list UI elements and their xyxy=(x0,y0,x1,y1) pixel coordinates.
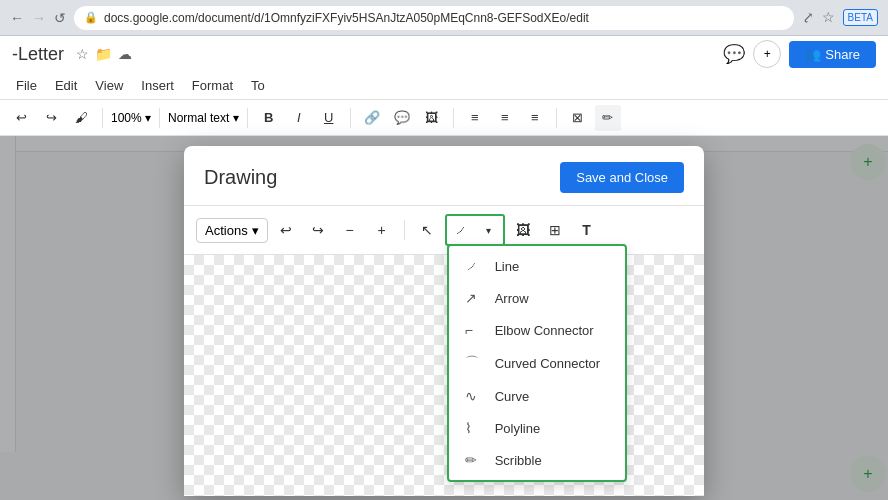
numbered-list-button[interactable]: ≡ xyxy=(522,105,548,131)
clear-format-button[interactable]: ⊠ xyxy=(565,105,591,131)
undo-button[interactable]: ↩ xyxy=(8,105,34,131)
scribble-icon: ✏ xyxy=(465,452,485,468)
drawing-separator xyxy=(404,220,405,240)
dialog-header: Drawing Save and Close xyxy=(184,146,704,206)
line-dropdown-menu: ⟋ Line ↗ Arrow ⌐ Elbow Connector ⌒ xyxy=(447,244,627,482)
align-left-button[interactable]: ≡ xyxy=(462,105,488,131)
menu-view[interactable]: View xyxy=(87,76,131,95)
separator-3 xyxy=(247,108,248,128)
dropdown-item-polyline[interactable]: ⌇ Polyline xyxy=(449,412,625,444)
share-ext-icon[interactable]: 📁 xyxy=(95,46,112,62)
zoom-in-button[interactable]: + xyxy=(368,216,396,244)
refresh-button[interactable]: ↺ xyxy=(54,10,66,26)
title-bar: -Letter ☆ 📁 ☁ 💬 + 👥 Share xyxy=(0,36,888,72)
menu-insert[interactable]: Insert xyxy=(133,76,182,95)
style-selector[interactable]: Normal text ▾ xyxy=(168,111,239,125)
curve-label: Curve xyxy=(495,389,530,404)
menu-bar: File Edit View Insert Format To xyxy=(0,72,888,100)
drawing-toolbar: Actions ▾ ↩ ↪ − + ↖ ⟋ ▾ ⟋ xyxy=(184,206,704,255)
separator-1 xyxy=(102,108,103,128)
table-tool-button[interactable]: ⊞ xyxy=(541,216,569,244)
share-button[interactable]: 👥 Share xyxy=(789,41,876,68)
text-tool-button[interactable]: T xyxy=(573,216,601,244)
lock-icon: 🔒 xyxy=(84,11,98,24)
arrow-item-icon: ↗ xyxy=(465,290,485,306)
dropdown-item-curve[interactable]: ∿ Curve xyxy=(449,380,625,412)
zoom-control: − xyxy=(336,216,364,244)
dropdown-item-line[interactable]: ⟋ Line xyxy=(449,250,625,282)
line-item-icon: ⟋ xyxy=(465,258,485,274)
dropdown-item-elbow-connector[interactable]: ⌐ Elbow Connector xyxy=(449,314,625,346)
line-tool-dropdown-btn[interactable]: ▾ xyxy=(475,216,503,244)
beta-badge: BETA xyxy=(843,9,878,26)
curved-connector-label: Curved Connector xyxy=(495,356,601,371)
actions-label: Actions xyxy=(205,223,248,238)
browser-chrome: ← → ↺ 🔒 docs.google.com/document/d/1Omnf… xyxy=(0,0,888,36)
paint-format-button[interactable]: 🖌 xyxy=(68,105,94,131)
actions-chevron-icon: ▾ xyxy=(252,223,259,238)
separator-5 xyxy=(453,108,454,128)
list-button[interactable]: ≡ xyxy=(492,105,518,131)
italic-button[interactable]: I xyxy=(286,105,312,131)
elbow-connector-label: Elbow Connector xyxy=(495,323,594,338)
image-button[interactable]: 🖼 xyxy=(419,105,445,131)
redo-button[interactable]: ↪ xyxy=(38,105,64,131)
separator-4 xyxy=(350,108,351,128)
curved-connector-icon: ⌒ xyxy=(465,354,485,372)
line-tool-button[interactable]: ⟋ xyxy=(447,216,475,244)
star-icon[interactable]: ☆ xyxy=(76,46,89,62)
line-item-label: Line xyxy=(495,259,520,274)
link-button[interactable]: 🔗 xyxy=(359,105,385,131)
url-text: docs.google.com/document/d/1OmnfyziFXFyi… xyxy=(104,11,589,25)
doc-title: -Letter xyxy=(12,44,64,65)
menu-tools[interactable]: To xyxy=(243,76,273,95)
browser-actions: ⤤ ☆ BETA xyxy=(802,9,878,26)
zoom-out-button[interactable]: − xyxy=(336,216,364,244)
dropdown-item-arrow[interactable]: ↗ Arrow xyxy=(449,282,625,314)
bookmark-icon[interactable]: ☆ xyxy=(822,9,835,26)
comment-button[interactable]: 💬 xyxy=(389,105,415,131)
curve-icon: ∿ xyxy=(465,388,485,404)
cast-icon[interactable]: ⤤ xyxy=(802,9,814,26)
dropdown-item-scribble[interactable]: ✏ Scribble xyxy=(449,444,625,476)
forward-button[interactable]: → xyxy=(32,10,46,26)
doc-icons: ☆ 📁 ☁ xyxy=(76,46,132,62)
arrow-item-label: Arrow xyxy=(495,291,529,306)
drawing-dialog: Drawing Save and Close Actions ▾ ↩ ↪ − +… xyxy=(184,146,704,496)
separator-6 xyxy=(556,108,557,128)
back-button[interactable]: ← xyxy=(10,10,24,26)
actions-button[interactable]: Actions ▾ xyxy=(196,218,268,243)
add-account-btn[interactable]: + xyxy=(753,40,781,68)
bold-button[interactable]: B xyxy=(256,105,282,131)
share-icon: 👥 xyxy=(805,47,821,62)
image-tool-button[interactable]: 🖼 xyxy=(509,216,537,244)
dialog-title: Drawing xyxy=(204,166,560,189)
menu-edit[interactable]: Edit xyxy=(47,76,85,95)
comment-icon[interactable]: 💬 xyxy=(723,43,745,65)
select-tool-button[interactable]: ↖ xyxy=(413,216,441,244)
dropdown-item-curved-connector[interactable]: ⌒ Curved Connector xyxy=(449,346,625,380)
scribble-label: Scribble xyxy=(495,453,542,468)
url-bar[interactable]: 🔒 docs.google.com/document/d/1OmnfyziFXF… xyxy=(74,6,794,30)
dialog-overlay: Drawing Save and Close Actions ▾ ↩ ↪ − +… xyxy=(0,136,888,500)
pen-button[interactable]: ✏ xyxy=(595,105,621,131)
separator-2 xyxy=(159,108,160,128)
format-toolbar: ↩ ↪ 🖌 100% ▾ Normal text ▾ B I U 🔗 💬 🖼 ≡… xyxy=(0,100,888,136)
elbow-connector-icon: ⌐ xyxy=(465,322,485,338)
cloud-icon[interactable]: ☁ xyxy=(118,46,132,62)
drawing-redo-button[interactable]: ↪ xyxy=(304,216,332,244)
drawing-undo-button[interactable]: ↩ xyxy=(272,216,300,244)
menu-file[interactable]: File xyxy=(8,76,45,95)
main-area: Drawing Save and Close Actions ▾ ↩ ↪ − +… xyxy=(0,136,888,500)
polyline-icon: ⌇ xyxy=(465,420,485,436)
save-close-button[interactable]: Save and Close xyxy=(560,162,684,193)
menu-format[interactable]: Format xyxy=(184,76,241,95)
line-tool-group: ⟋ ▾ ⟋ Line ↗ Arrow ⌐ xyxy=(445,214,505,246)
top-right-actions: 💬 + 👥 Share xyxy=(723,40,876,68)
zoom-selector[interactable]: 100% ▾ xyxy=(111,111,151,125)
polyline-label: Polyline xyxy=(495,421,541,436)
underline-button[interactable]: U xyxy=(316,105,342,131)
